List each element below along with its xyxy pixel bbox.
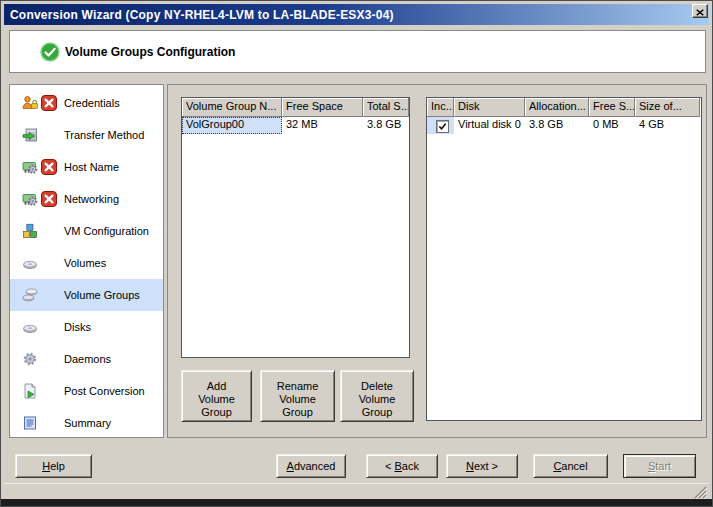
sidebar-item-label: Summary (64, 407, 111, 439)
disks-table: Inc... Disk Allocation... Free S... Size… (426, 97, 702, 421)
start-button: Start (623, 454, 696, 478)
error-badge-icon (41, 191, 57, 207)
column-header-free-space[interactable]: Free Space (282, 98, 363, 117)
disk-icon (22, 255, 38, 271)
transfer-icon (22, 127, 38, 143)
column-header-free-space[interactable]: Free S... (589, 98, 635, 117)
green-check-icon (40, 42, 60, 62)
back-button[interactable]: < Back (366, 454, 438, 478)
delete-volume-group-button[interactable]: Delete Volume Group (340, 370, 414, 422)
wizard-steps-sidebar: Credentials Transfer Method (9, 84, 164, 438)
summary-doc-icon (22, 415, 38, 431)
sidebar-item-credentials[interactable]: Credentials (10, 87, 163, 119)
disk-icon (22, 319, 38, 335)
error-badge-icon (41, 95, 57, 111)
sidebar-item-label: Volume Groups (64, 279, 140, 311)
sidebar-item-networking[interactable]: Networking (10, 183, 163, 215)
close-icon (696, 4, 704, 19)
table-row-volgroup00[interactable]: VolGroup00 32 MB 3.8 GB (182, 117, 409, 134)
column-header-include[interactable]: Inc... (427, 98, 454, 117)
help-button[interactable]: Help (15, 454, 92, 478)
sidebar-item-volumes[interactable]: Volumes (10, 247, 163, 279)
script-run-icon (22, 383, 38, 399)
conversion-wizard-window: Conversion Wizard (Copy NY-RHEL4-LVM to … (0, 0, 713, 507)
disk-size-cell: 4 GB (635, 117, 700, 134)
volume-groups-table-header: Volume Group N... Free Space Total S... (182, 98, 409, 117)
next-button[interactable]: Next > (446, 454, 518, 478)
sidebar-item-daemons[interactable]: Daemons (10, 343, 163, 375)
frame-divider (4, 483, 709, 484)
disk-allocation-cell: 3.8 GB (525, 117, 589, 134)
disk-stack-icon (22, 287, 38, 303)
sidebar-item-label: Networking (64, 183, 119, 215)
volume-group-free-space-cell: 32 MB (282, 117, 363, 134)
page-title: Volume Groups Configuration (65, 31, 235, 74)
column-header-total-size[interactable]: Total S... (363, 98, 409, 117)
user-lock-icon (22, 95, 38, 111)
column-header-volume-group-name[interactable]: Volume Group N... (182, 98, 282, 117)
network-card-icon (22, 191, 38, 207)
sidebar-item-label: VM Configuration (64, 215, 149, 247)
column-header-size[interactable]: Size of... (635, 98, 700, 117)
advanced-button[interactable]: Advanced (276, 454, 346, 478)
sidebar-item-transfer-method[interactable]: Transfer Method (10, 119, 163, 151)
disk-free-cell: 0 MB (589, 117, 635, 134)
sidebar-item-host-name[interactable]: Host Name (10, 151, 163, 183)
window-bottom-edge (1, 499, 712, 506)
sidebar-item-volume-groups[interactable]: Volume Groups (10, 279, 163, 311)
resize-grip[interactable] (693, 485, 707, 499)
window-title: Conversion Wizard (Copy NY-RHEL4-LVM to … (10, 8, 394, 22)
cancel-button[interactable]: Cancel (533, 454, 608, 478)
sidebar-item-disks[interactable]: Disks (10, 311, 163, 343)
disks-table-header: Inc... Disk Allocation... Free S... Size… (427, 98, 701, 117)
include-disk-checkbox[interactable] (436, 120, 449, 133)
sidebar-item-vm-configuration[interactable]: VM Configuration (10, 215, 163, 247)
network-card-icon (22, 159, 38, 175)
content-panel: Volume Group N... Free Space Total S... … (167, 84, 707, 438)
volume-group-total-size-cell: 3.8 GB (363, 117, 409, 134)
sidebar-item-label: Disks (64, 311, 91, 343)
disk-name-cell: Virtual disk 0 (454, 117, 525, 134)
gear-icon (22, 351, 38, 367)
sidebar-item-label: Transfer Method (64, 119, 144, 151)
table-row-virtual-disk-0[interactable]: Virtual disk 0 3.8 GB 0 MB 4 GB (427, 117, 701, 134)
sidebar-item-label: Volumes (64, 247, 106, 279)
sidebar-item-label: Post Conversion (64, 375, 145, 407)
close-button[interactable] (692, 4, 708, 18)
column-header-allocation[interactable]: Allocation... (525, 98, 589, 117)
volume-groups-table: Volume Group N... Free Space Total S... … (181, 97, 410, 358)
sidebar-item-post-conversion[interactable]: Post Conversion (10, 375, 163, 407)
include-disk-cell (427, 117, 454, 134)
titlebar: Conversion Wizard (Copy NY-RHEL4-LVM to … (4, 4, 709, 25)
error-badge-icon (41, 159, 57, 175)
vm-cubes-icon (22, 223, 38, 239)
rename-volume-group-button[interactable]: Rename Volume Group (260, 370, 335, 422)
page-header: Volume Groups Configuration (9, 30, 706, 73)
sidebar-item-label: Host Name (64, 151, 119, 183)
add-volume-group-button[interactable]: Add Volume Group (181, 370, 252, 422)
volume-group-name-cell[interactable]: VolGroup00 (182, 117, 282, 134)
column-header-disk[interactable]: Disk (454, 98, 525, 117)
sidebar-item-label: Credentials (64, 87, 120, 119)
sidebar-item-label: Daemons (64, 343, 111, 375)
sidebar-item-summary[interactable]: Summary (10, 407, 163, 439)
